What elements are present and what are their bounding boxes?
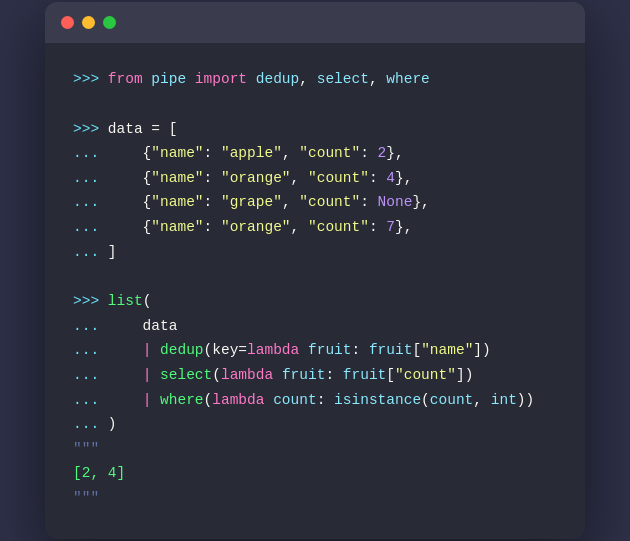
line-dedup: ... | dedup(key=lambda fruit: fruit["nam… xyxy=(73,338,557,363)
terminal-window: >>> from pipe import dedup, select, wher… xyxy=(45,2,585,539)
line-data-4: ... {"name": "orange", "count": 7}, xyxy=(73,215,557,240)
close-button[interactable] xyxy=(61,16,74,29)
line-blank-2 xyxy=(73,264,557,289)
line-1: >>> from pipe import dedup, select, wher… xyxy=(73,67,557,92)
line-where: ... | where(lambda count: isinstance(cou… xyxy=(73,388,557,413)
line-data-3: ... {"name": "grape", "count": None}, xyxy=(73,190,557,215)
line-select: ... | select(lambda fruit: fruit["count"… xyxy=(73,363,557,388)
maximize-button[interactable] xyxy=(103,16,116,29)
minimize-button[interactable] xyxy=(82,16,95,29)
line-list-close: ... ) xyxy=(73,412,557,437)
line-docstring-close: """ xyxy=(73,486,557,511)
line-docstring-open: """ xyxy=(73,437,557,462)
line-data-1: ... {"name": "apple", "count": 2}, xyxy=(73,141,557,166)
line-data-ref: ... data xyxy=(73,314,557,339)
line-blank-1 xyxy=(73,92,557,117)
line-result: [2, 4] xyxy=(73,461,557,486)
line-data-assign: >>> data = [ xyxy=(73,117,557,142)
line-list-open: >>> list( xyxy=(73,289,557,314)
code-area: >>> from pipe import dedup, select, wher… xyxy=(45,43,585,539)
title-bar xyxy=(45,2,585,43)
line-data-2: ... {"name": "orange", "count": 4}, xyxy=(73,166,557,191)
line-data-close: ... ] xyxy=(73,240,557,265)
